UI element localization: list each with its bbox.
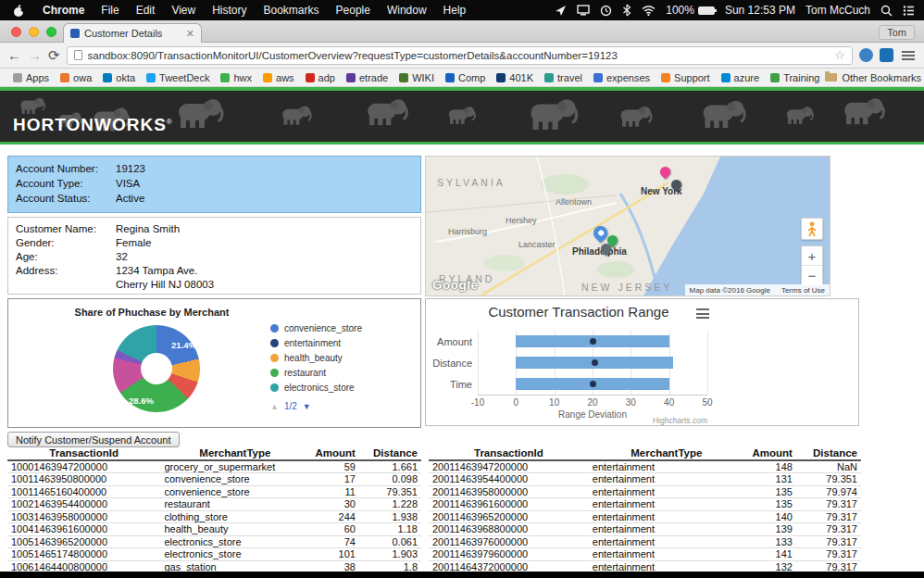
bookmark-travel[interactable]: travel: [539, 72, 588, 83]
bookmark-owa[interactable]: owa: [55, 72, 97, 83]
table-cell: entertainment: [589, 535, 744, 548]
menu-item-bookmarks[interactable]: Bookmarks: [256, 4, 328, 17]
browser-tab[interactable]: Customer Details ✕: [63, 23, 202, 43]
table-row[interactable]: 10011463950800000convenience_store170.09…: [7, 473, 421, 486]
new-york-pin[interactable]: [658, 165, 673, 180]
column-header-merchanttype[interactable]: MerchantType: [589, 446, 744, 460]
url-input[interactable]: sandbox:8090/TransactionMonitorUI/Custom…: [67, 46, 853, 65]
menu-item-edit[interactable]: Edit: [128, 4, 164, 17]
chrome-menu-icon[interactable]: [900, 49, 917, 62]
wifi-icon[interactable]: [642, 5, 656, 16]
table-row[interactable]: 10011465160400000convenience_store1179.3…: [7, 485, 421, 498]
bookmark-okta[interactable]: okta: [97, 72, 141, 83]
highcharts-credit[interactable]: Highcharts.com: [641, 416, 707, 425]
table-row[interactable]: 10051463965200000electronics_store740.06…: [7, 535, 421, 548]
time-machine-icon[interactable]: [600, 5, 612, 17]
spotlight-icon[interactable]: [880, 5, 893, 17]
bluetooth-icon[interactable]: [622, 4, 631, 17]
location-icon[interactable]: [555, 5, 567, 17]
notify-suspend-button[interactable]: Notify Customer/Suspend Account: [7, 432, 180, 447]
reload-button[interactable]: ⟳: [48, 48, 60, 62]
bookmark-hwx[interactable]: hwx: [215, 72, 257, 83]
menu-item-history[interactable]: History: [204, 4, 255, 17]
bookmark-aws[interactable]: aws: [257, 72, 300, 83]
legend-item-restaurant[interactable]: restaurant: [270, 368, 362, 378]
bookmark-wiki[interactable]: WIKI: [393, 72, 440, 83]
info-label: Customer Name:: [16, 222, 116, 236]
bookmark-star-icon[interactable]: ☆: [834, 48, 845, 62]
legend-item-convenience_store[interactable]: convenience_store: [270, 323, 362, 333]
column-header-transactionid[interactable]: TransactionId: [7, 446, 160, 460]
bookmark-adp[interactable]: adp: [300, 72, 341, 83]
legend-item-entertainment[interactable]: entertainment: [270, 338, 362, 348]
table-row[interactable]: 20011463968800000entertainment13979.317: [429, 523, 861, 536]
table-row[interactable]: 20011463947200000entertainment148NaN: [429, 460, 861, 473]
table-row[interactable]: 10001463947200000grocery_or_supermarket5…: [7, 460, 421, 473]
table-cell: 74: [309, 535, 359, 548]
menu-item-window[interactable]: Window: [379, 4, 435, 17]
table-cell: 10051465174800000: [7, 548, 160, 561]
menu-item-people[interactable]: People: [328, 4, 379, 17]
zoom-in-button[interactable]: +: [802, 246, 822, 266]
menu-item-help[interactable]: Help: [435, 4, 475, 17]
profile-button[interactable]: Tom: [879, 25, 915, 40]
table-row[interactable]: 20011463958000000entertainment13579.974: [429, 485, 861, 498]
window-minimize-button[interactable]: [29, 27, 39, 37]
menubar-user[interactable]: Tom McCuch: [805, 4, 870, 17]
column-header-amount[interactable]: Amount: [309, 446, 359, 460]
chart-menu-icon[interactable]: [696, 308, 709, 319]
tab-close-icon[interactable]: ✕: [186, 28, 194, 40]
bookmark-azure[interactable]: azure: [716, 72, 766, 83]
legend-item-electronics_store[interactable]: electronics_store: [270, 383, 362, 393]
table-row[interactable]: 10031463958000000clothing_store2441.938: [7, 510, 421, 523]
back-button[interactable]: ←: [7, 48, 21, 62]
table-row[interactable]: 10051465174800000electronics_store1011.9…: [7, 548, 421, 561]
bookmark-etrade[interactable]: etrade: [341, 72, 393, 83]
battery-icon[interactable]: [698, 6, 715, 15]
table-row[interactable]: 10021463954400000restaurant301.228: [7, 498, 421, 511]
bookmark-tweetdeck[interactable]: TweetDeck: [141, 72, 215, 83]
notification-center-icon[interactable]: [903, 5, 915, 16]
extension-icon-2[interactable]: [880, 48, 893, 62]
apple-menu-icon[interactable]: [0, 4, 34, 18]
bookmark-support[interactable]: Support: [656, 72, 716, 83]
menubar-clock[interactable]: Sun 12:53 PM: [725, 4, 795, 17]
donut-chart[interactable]: [113, 325, 200, 412]
map-attribution: Map data ©2016 Google Terms of Use: [685, 284, 830, 295]
menu-item-file[interactable]: File: [93, 4, 127, 17]
other-bookmarks-button[interactable]: Other Bookmarks: [825, 72, 921, 83]
forward-button[interactable]: →: [28, 48, 42, 62]
table-row[interactable]: 20011463965200000entertainment14079.317: [429, 510, 861, 523]
extension-icon-1[interactable]: [859, 48, 873, 62]
pegman-control[interactable]: [801, 218, 823, 240]
column-header-distance[interactable]: Distance: [359, 446, 421, 460]
legend-item-health_beauty[interactable]: health_beauty: [270, 353, 362, 363]
favicon: [60, 73, 69, 82]
menu-item-view[interactable]: View: [163, 4, 204, 17]
bookmark-401k[interactable]: 401K: [491, 72, 539, 83]
menu-item-chrome[interactable]: Chrome: [34, 4, 93, 17]
zoom-out-button[interactable]: −: [802, 266, 822, 285]
table-row[interactable]: 20011463976000000entertainment13379.317: [429, 535, 861, 548]
x-tick-label: 20: [581, 397, 604, 408]
google-map[interactable]: SYLVANIAAllentownHersheyHarrisburgLancas…: [425, 156, 830, 296]
terms-of-use-link[interactable]: Terms of Use: [781, 286, 825, 295]
bookmark-training[interactable]: Training: [765, 72, 825, 83]
bookmark-expenses[interactable]: expenses: [588, 72, 656, 83]
column-header-distance[interactable]: Distance: [796, 446, 861, 460]
table-row[interactable]: 10041463961600000health_beauty601.18: [7, 523, 421, 536]
bookmark-label: owa: [73, 72, 92, 83]
bookmark-comp[interactable]: Comp: [440, 72, 491, 83]
legend-next-icon[interactable]: ▼: [303, 402, 311, 411]
table-row[interactable]: 20011463979600000entertainment14179.317: [429, 548, 861, 561]
table-row[interactable]: 20011463954400000entertainment13179.351: [429, 473, 861, 486]
bookmark-apps[interactable]: Apps: [7, 72, 55, 83]
window-zoom-button[interactable]: [46, 27, 56, 37]
column-header-merchanttype[interactable]: MerchantType: [160, 446, 309, 460]
table-row[interactable]: 20011463961600000entertainment13579.317: [429, 498, 861, 511]
legend-prev-icon[interactable]: ▲: [270, 402, 279, 411]
column-header-transactionid[interactable]: TransactionId: [429, 446, 589, 460]
display-icon[interactable]: [577, 5, 590, 16]
column-header-amount[interactable]: Amount: [744, 446, 796, 460]
window-close-button[interactable]: [11, 27, 21, 37]
